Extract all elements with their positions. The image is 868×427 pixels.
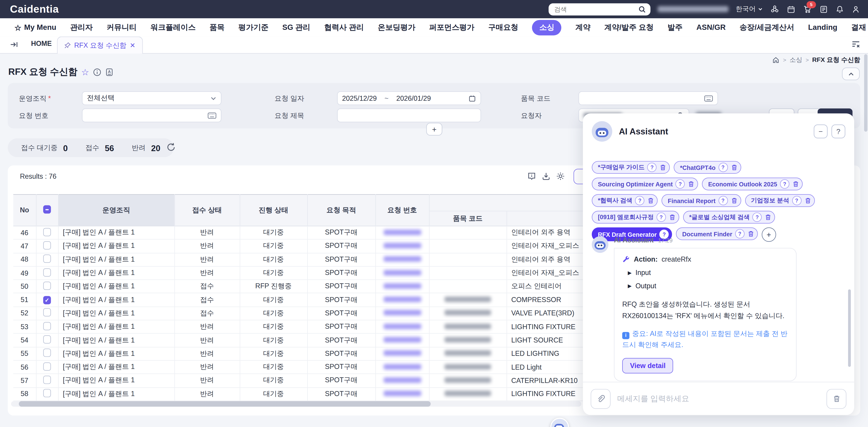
view-detail-button[interactable]: View detail [622, 358, 673, 374]
cell-request-no-link[interactable] [375, 347, 429, 361]
row-checkbox[interactable] [43, 322, 51, 330]
search-input[interactable] [553, 5, 638, 13]
breadcrumb-sourcing[interactable]: 소싱 [789, 56, 802, 64]
expand-filter-button[interactable]: + [426, 123, 442, 136]
chip-delete-icon[interactable] [688, 180, 695, 188]
nav-item-2[interactable]: 커뮤니티 [106, 22, 136, 32]
row-checkbox[interactable] [43, 255, 51, 263]
chip-delete-icon[interactable] [731, 164, 738, 171]
ai-chip-7[interactable]: [0918] 엠로회사규정? [592, 211, 679, 224]
request-no-redacted[interactable] [383, 243, 421, 248]
language-selector[interactable]: 한국어 [736, 4, 763, 14]
ai-chip-1[interactable]: *ChatGPT4o? [674, 161, 741, 174]
cart-icon[interactable]: 5 [803, 4, 812, 14]
chip-help-icon[interactable]: ? [718, 163, 728, 172]
cell-select[interactable]: ✓ [36, 293, 58, 307]
request-no-redacted[interactable] [383, 256, 421, 262]
row-checkbox[interactable] [43, 282, 51, 290]
horizontal-scrollbar[interactable] [11, 401, 581, 407]
org-network-icon[interactable] [770, 4, 780, 14]
tooltip-icon[interactable] [527, 171, 536, 181]
cell-request-no-link[interactable] [375, 253, 429, 266]
request-no-redacted[interactable] [383, 270, 421, 275]
home-icon[interactable] [772, 57, 780, 64]
col-org[interactable]: 운영조직 [58, 195, 174, 226]
download-icon[interactable] [541, 171, 551, 181]
row-checkbox[interactable] [43, 308, 51, 317]
col-purpose[interactable]: 요청 목적 [307, 195, 375, 226]
request-no-redacted[interactable] [383, 297, 421, 302]
favorite-star-icon[interactable]: ☆ [81, 67, 89, 77]
attach-file-button[interactable] [591, 389, 611, 408]
nav-item-10[interactable]: 구매요청 [488, 22, 518, 32]
request-no-redacted[interactable] [383, 283, 421, 289]
date-to-value[interactable]: 2026/01/29 [396, 94, 431, 102]
nav-item-1[interactable]: 관리자 [70, 22, 93, 32]
row-checkbox[interactable] [43, 389, 51, 397]
settings-gear-icon[interactable] [556, 171, 565, 181]
chat-message-input[interactable]: 메세지를 입력하세요 [617, 394, 820, 403]
item-code-input[interactable] [579, 91, 718, 105]
nav-item-16[interactable]: 송장/세금계산서 [739, 22, 794, 32]
request-no-redacted[interactable] [383, 364, 421, 369]
nav-item-0[interactable]: ☆My Menu [14, 23, 56, 32]
nav-item-6[interactable]: SG 관리 [282, 22, 310, 32]
chip-delete-icon[interactable] [669, 214, 676, 221]
cell-request-no-link[interactable] [375, 360, 429, 374]
request-no-input[interactable] [82, 108, 221, 122]
chip-help-icon[interactable]: ? [656, 212, 666, 222]
chip-delete-icon[interactable] [731, 197, 738, 204]
chip-delete-icon[interactable] [765, 214, 772, 221]
col-request-no[interactable]: 요청 번호 [375, 195, 429, 226]
chip-help-icon[interactable]: ? [675, 179, 685, 189]
request-title-input[interactable] [337, 108, 481, 122]
minimize-ai-panel-button[interactable]: − [814, 125, 828, 138]
cell-select[interactable] [36, 280, 58, 293]
col-progress-status[interactable]: 진행 상태 [240, 195, 307, 226]
refresh-icon[interactable] [166, 142, 176, 152]
request-no-redacted[interactable] [383, 337, 421, 342]
row-checkbox[interactable] [43, 268, 51, 276]
chip-help-icon[interactable]: ? [752, 212, 762, 222]
cell-select[interactable] [36, 360, 58, 374]
nav-item-5[interactable]: 평가기준 [239, 22, 269, 32]
ai-help-button[interactable]: ? [831, 125, 845, 138]
cell-select[interactable] [36, 374, 58, 388]
request-no-redacted[interactable] [383, 310, 421, 316]
org-select[interactable]: 전체선택 [82, 91, 221, 105]
nav-item-4[interactable]: 품목 [210, 22, 225, 32]
tab-home[interactable]: HOME [31, 40, 52, 47]
search-icon[interactable] [638, 5, 646, 13]
nav-item-11[interactable]: 소싱 [532, 20, 561, 35]
nav-item-7[interactable]: 협력사 관리 [324, 22, 364, 32]
floating-ai-button[interactable] [550, 418, 569, 427]
user-icon[interactable] [851, 5, 860, 13]
nav-item-13[interactable]: 계약/발주 요청 [604, 22, 653, 32]
request-no-redacted[interactable] [383, 351, 421, 356]
close-all-tabs-icon[interactable] [851, 40, 860, 48]
horizontal-scrollbar-thumb[interactable] [19, 401, 431, 407]
nav-item-9[interactable]: 퍼포먼스평가 [429, 22, 474, 32]
chip-delete-icon[interactable] [804, 197, 811, 204]
nav-item-3[interactable]: 워크플레이스 [151, 22, 196, 32]
request-no-redacted[interactable] [383, 324, 421, 329]
cell-request-no-link[interactable] [375, 280, 429, 293]
note-icon[interactable] [819, 5, 828, 13]
cell-select[interactable] [36, 239, 58, 253]
cell-request-no-link[interactable] [375, 333, 429, 347]
cell-select[interactable] [36, 347, 58, 361]
col-no[interactable]: No [13, 195, 36, 226]
ai-chip-2[interactable]: Sourcing Optimizer Agent? [592, 177, 698, 190]
cell-select[interactable] [36, 333, 58, 347]
row-checkbox[interactable]: ✓ [43, 296, 51, 304]
row-checkbox[interactable] [43, 228, 51, 236]
select-all-checkbox[interactable] [43, 205, 51, 214]
ai-chip-3[interactable]: Economic Outlook 2025? [702, 177, 803, 190]
output-toggle[interactable]: ▶Output [628, 282, 788, 290]
cell-request-no-link[interactable] [375, 320, 429, 334]
clear-chat-button[interactable] [827, 389, 846, 408]
cell-request-no-link[interactable] [375, 387, 429, 401]
ai-chip-8[interactable]: *글로벌 소싱업체 검색? [683, 211, 775, 224]
chip-delete-icon[interactable] [792, 180, 799, 188]
chip-help-icon[interactable]: ? [635, 196, 645, 205]
